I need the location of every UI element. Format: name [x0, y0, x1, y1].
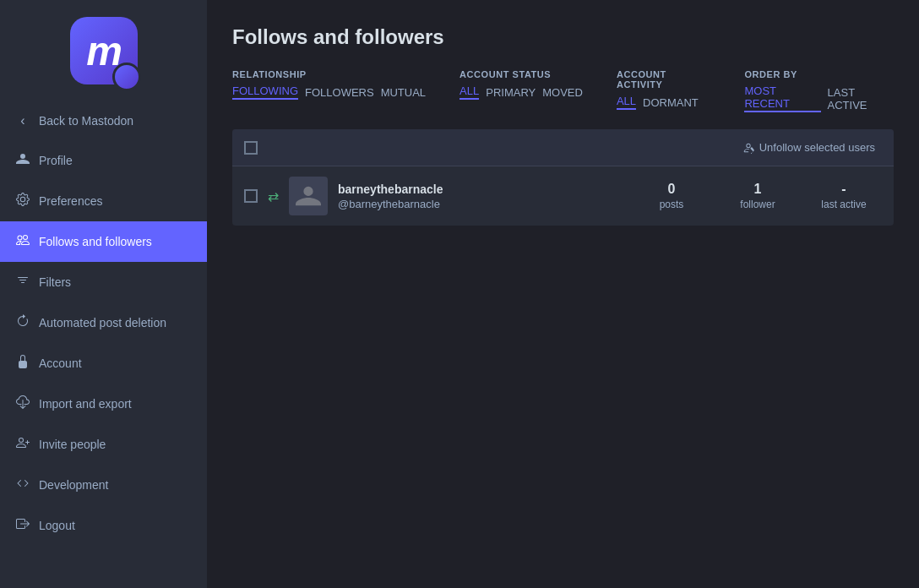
filter-relationship-label: RELATIONSHIP: [232, 69, 426, 79]
sidebar-item-label: Logout: [39, 519, 75, 532]
users-table: Unfollow selected users ⇄ barneythebarna…: [232, 129, 894, 226]
sidebar-item-automated-post-deletion[interactable]: Automated post deletion: [0, 302, 207, 343]
logout-icon: [15, 517, 30, 534]
transfer-icon: ⇄: [268, 188, 279, 204]
filter-relationship-options: FOLLOWING FOLLOWERS MUTUAL: [232, 84, 426, 100]
account-icon: [15, 355, 30, 372]
filter-order-by-label: ORDER BY: [744, 69, 894, 79]
sidebar-item-preferences[interactable]: Preferences: [0, 181, 207, 221]
profile-icon: [15, 152, 30, 169]
logo: m: [0, 0, 207, 93]
filter-following[interactable]: FOLLOWING: [232, 84, 298, 100]
follows-icon: [15, 233, 30, 250]
filter-activity-all[interactable]: ALL: [617, 95, 636, 110]
sidebar-item-label: Profile: [39, 154, 73, 167]
filter-bar: RELATIONSHIP FOLLOWING FOLLOWERS MUTUAL …: [232, 69, 894, 112]
sidebar-item-label: Filters: [39, 275, 71, 289]
filter-icon: [15, 274, 30, 291]
user-row-checkbox[interactable]: [244, 189, 258, 203]
posts-stat: 0 posts: [634, 182, 710, 210]
filter-order-last-active[interactable]: LAST ACTIVE: [828, 86, 894, 112]
followers-label: follower: [720, 199, 796, 210]
filter-account-activity-options: ALL DORMANT: [617, 95, 711, 110]
table-row: ⇄ barneythebarnacle @barneythebarnacle 0…: [232, 166, 894, 226]
followers-stat: 1 follower: [720, 182, 796, 210]
development-icon: [15, 476, 30, 493]
preferences-icon: [15, 193, 30, 210]
last-active-stat: - last active: [806, 182, 882, 210]
filter-account-status-label: ACCOUNT STATUS: [460, 69, 583, 79]
filter-account-status-options: ALL PRIMARY MOVED: [460, 84, 583, 100]
filter-order-by: ORDER BY MOST RECENT LAST ACTIVE: [744, 69, 894, 112]
last-active-label: last active: [806, 199, 882, 210]
default-avatar-icon: [296, 183, 321, 209]
sidebar-item-import-and-export[interactable]: Import and export: [0, 384, 207, 424]
sidebar-item-logout[interactable]: Logout: [0, 505, 207, 546]
sidebar-item-profile[interactable]: Profile: [0, 140, 207, 181]
sidebar-item-label: Import and export: [39, 397, 132, 411]
filter-status-moved[interactable]: MOVED: [542, 86, 583, 99]
user-display-name: barneythebarnacle: [338, 182, 623, 196]
last-active-value: -: [806, 182, 882, 197]
table-header-row: Unfollow selected users: [232, 129, 894, 166]
sidebar-item-label: Development: [39, 478, 109, 492]
deletion-icon: [15, 314, 30, 331]
unfollow-icon: [742, 142, 754, 154]
user-info: barneythebarnacle @barneythebarnacle: [338, 182, 623, 210]
sidebar-item-label: Invite people: [39, 438, 106, 451]
filter-mutual[interactable]: MUTUAL: [381, 86, 426, 99]
back-icon: ‹: [15, 113, 30, 128]
sidebar-nav: ‹ Back to Mastodon Profile Preferences F…: [0, 101, 207, 588]
sidebar: m ‹ Back to Mastodon Profile Preferences…: [0, 0, 207, 588]
avatar: [289, 177, 328, 215]
filter-activity-dormant[interactable]: DORMANT: [643, 96, 699, 109]
sidebar-item-back-to-mastodon[interactable]: ‹ Back to Mastodon: [0, 101, 207, 140]
filter-status-primary[interactable]: PRIMARY: [486, 86, 536, 99]
sidebar-item-invite-people[interactable]: Invite people: [0, 424, 207, 465]
sidebar-item-label: Follows and followers: [39, 235, 152, 248]
sidebar-item-account[interactable]: Account: [0, 343, 207, 384]
followers-value: 1: [720, 182, 796, 197]
sidebar-item-label: Account: [39, 357, 82, 370]
unfollow-selected-button[interactable]: Unfollow selected users: [736, 138, 882, 157]
sidebar-item-filters[interactable]: Filters: [0, 262, 207, 302]
filter-account-status: ACCOUNT STATUS ALL PRIMARY MOVED: [460, 69, 583, 100]
filter-account-activity-label: ACCOUNT ACTIVITY: [617, 69, 711, 90]
page-title: Follows and followers: [232, 25, 894, 49]
user-handle: @barneythebarnacle: [338, 198, 623, 210]
posts-label: posts: [634, 199, 710, 210]
mastodon-logo: m: [70, 17, 138, 84]
sidebar-item-label: Preferences: [39, 194, 102, 208]
unfollow-button-label: Unfollow selected users: [759, 141, 875, 154]
filter-status-all[interactable]: ALL: [460, 84, 479, 100]
filter-order-most-recent[interactable]: MOST RECENT: [744, 84, 820, 112]
import-export-icon: [15, 395, 30, 412]
sidebar-item-label: Automated post deletion: [39, 316, 166, 329]
filter-account-activity: ACCOUNT ACTIVITY ALL DORMANT: [617, 69, 711, 110]
main-content: Follows and followers RELATIONSHIP FOLLO…: [207, 0, 919, 588]
sidebar-item-development[interactable]: Development: [0, 465, 207, 505]
sidebar-item-label: Back to Mastodon: [39, 114, 133, 128]
filter-relationship: RELATIONSHIP FOLLOWING FOLLOWERS MUTUAL: [232, 69, 426, 100]
posts-value: 0: [634, 182, 710, 197]
select-all-checkbox[interactable]: [244, 141, 258, 155]
filter-followers[interactable]: FOLLOWERS: [305, 86, 374, 99]
sidebar-item-follows-and-followers[interactable]: Follows and followers: [0, 221, 207, 262]
invite-icon: [15, 436, 30, 453]
filter-order-by-options: MOST RECENT LAST ACTIVE: [744, 84, 894, 112]
